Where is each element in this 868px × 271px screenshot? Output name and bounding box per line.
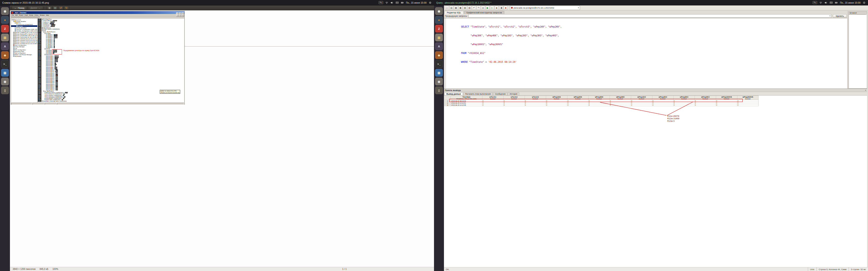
grid-cell[interactable]: f xyxy=(504,102,525,104)
editor-tab[interactable]: Редактор SQL xyxy=(444,11,464,14)
grid-cell[interactable]: f xyxy=(695,100,716,102)
grid-cell[interactable]: f xyxy=(674,102,695,104)
grid-cell[interactable]: f xyxy=(652,100,674,102)
grid-cell[interactable]: f xyxy=(504,100,525,102)
grid-cell[interactable]: f xyxy=(589,104,610,106)
launcher-item-trash[interactable]: ▯ xyxy=(435,87,443,94)
grid-cell[interactable]: f xyxy=(695,102,716,104)
output-tab[interactable]: Вывод данных xyxy=(444,92,463,95)
message-icon[interactable] xyxy=(830,1,833,4)
execute-to-file-icon[interactable]: ◨ xyxy=(499,6,503,10)
grid-cell[interactable]: f xyxy=(652,102,674,104)
undo-icon[interactable]: ↶ xyxy=(472,6,476,10)
grid-cell[interactable]: f xyxy=(652,104,674,106)
column-header[interactable]: wTorch2 boolean xyxy=(504,96,525,100)
launcher-item-image-viewer[interactable]: ◉ xyxy=(1,7,9,15)
rotate-left-icon[interactable]: ↺ xyxy=(58,6,63,10)
launcher-item-software-center[interactable]: ◆ xyxy=(1,51,9,59)
find-icon[interactable]: ◎ xyxy=(481,6,485,10)
grid-cell[interactable]: f xyxy=(737,104,758,106)
grid-cell[interactable]: f xyxy=(610,102,631,104)
session-gear-icon[interactable] xyxy=(429,1,432,4)
column-header[interactable]: wPmp1KK boolean xyxy=(546,96,567,100)
zoom-fit-icon[interactable]: ⊡ xyxy=(53,6,58,10)
grid-cell[interactable]: f xyxy=(567,104,589,106)
scratchpad[interactable] xyxy=(848,14,867,89)
column-header[interactable]: wPmp2KHVS boolean xyxy=(737,96,758,100)
grid-cell[interactable]: f xyxy=(483,100,504,102)
column-header[interactable]: wTorch1 boolean xyxy=(483,96,504,100)
grid-cell[interactable]: f xyxy=(546,104,567,106)
launcher-item-text-editor[interactable]: A xyxy=(435,42,443,50)
grid-cell[interactable]: f xyxy=(674,104,695,106)
row-number[interactable]: 2 xyxy=(445,102,451,104)
launcher-item-text-editor[interactable]: A xyxy=(1,42,9,50)
launcher-item-image-viewer[interactable]: ◉ xyxy=(435,7,443,15)
output-tab[interactable]: Сообщения xyxy=(493,92,507,95)
network-icon[interactable] xyxy=(819,1,822,4)
launcher-item-system-settings[interactable]: ◉ xyxy=(435,78,443,86)
open-file-icon[interactable]: ▤ xyxy=(450,6,454,10)
sql-editor[interactable]: SELECT "TimeState", "wTorch1", "wTorch2"… xyxy=(444,18,847,89)
volume-icon[interactable] xyxy=(391,1,394,4)
delete-button[interactable]: Удалить xyxy=(833,14,847,18)
editor-tab[interactable]: Графический конструктор запросов xyxy=(464,11,504,14)
grid-cell[interactable]: f xyxy=(631,104,652,106)
new-query-icon[interactable]: ▢ xyxy=(445,6,449,10)
column-header[interactable]: wTorch3 boolean xyxy=(525,96,546,100)
launcher-item-system-settings[interactable]: ◉ xyxy=(1,78,9,86)
rotate-right-icon[interactable]: ↻ xyxy=(64,6,69,10)
close-icon[interactable]: × xyxy=(865,89,866,92)
battery-icon[interactable] xyxy=(401,1,404,4)
grid-cell[interactable]: f xyxy=(483,104,504,106)
launcher-item-terminal[interactable]: >_ xyxy=(435,60,443,68)
grid-cell[interactable]: f xyxy=(525,102,546,104)
session-gear-icon[interactable] xyxy=(863,1,866,4)
launcher-item-libreoffice[interactable]: ▤ xyxy=(1,69,9,76)
network-icon[interactable] xyxy=(385,1,388,4)
launcher-item-firefox[interactable]: ● xyxy=(1,16,9,24)
clock[interactable]: Пн., 15 июня 15:00 xyxy=(840,1,861,4)
grid-cell[interactable]: 2015-06-15 14:12:05 xyxy=(451,104,483,106)
battery-icon[interactable] xyxy=(835,1,838,4)
launcher-item-files[interactable]: ▤ xyxy=(1,34,9,41)
previous-queries-select[interactable]: ▾ xyxy=(468,14,831,18)
back-button[interactable]: ← Назад xyxy=(12,6,27,10)
launcher-item-trash[interactable]: ▯ xyxy=(1,87,9,94)
grid-cell[interactable]: f xyxy=(674,100,695,102)
column-header[interactable]: wPmp2KK boolean xyxy=(567,96,589,100)
grid-cell[interactable]: f xyxy=(504,104,525,106)
launcher-item-filezilla[interactable]: Z xyxy=(435,25,443,33)
viewer-canvas[interactable]: ...Spro - [GlobVar] –□× –□× FileEditProj… xyxy=(10,10,434,267)
clock[interactable]: Пн., 15 июня 15:00 xyxy=(406,1,427,4)
row-number[interactable]: 1 xyxy=(445,100,451,102)
grid-cell[interactable]: f xyxy=(567,100,589,102)
launcher-item-libreoffice[interactable]: ▤ xyxy=(435,69,443,76)
column-header[interactable]: wPmp1KHVS boolean xyxy=(716,96,737,100)
message-icon[interactable] xyxy=(396,1,399,4)
explain-query-icon[interactable]: ◈ xyxy=(495,6,499,10)
grid-cell[interactable]: f xyxy=(716,104,737,106)
grid-cell[interactable]: f xyxy=(589,102,610,104)
grid-cell[interactable]: 2015-06-15 14:12:01 xyxy=(451,102,483,104)
column-header[interactable]: wPmp2KO boolean xyxy=(652,96,674,100)
volume-icon[interactable] xyxy=(825,1,828,4)
grid-cell[interactable]: f xyxy=(695,104,716,106)
grid-cell[interactable]: f xyxy=(546,100,567,102)
execute-query-icon[interactable]: ▶ xyxy=(486,6,490,10)
grid-cell[interactable]: 2015-06-02 08:14:23 xyxy=(451,100,483,102)
keyboard-indicator[interactable]: Ru xyxy=(813,1,817,4)
launcher-item-terminal[interactable]: >_ xyxy=(1,60,9,68)
execute-pgscript-icon[interactable]: ▷ xyxy=(490,6,494,10)
grid-cell[interactable]: f xyxy=(525,104,546,106)
column-header[interactable]: wPmp3KK boolean xyxy=(589,96,610,100)
grid-cell[interactable]: f xyxy=(610,100,631,102)
grid-cell[interactable]: f xyxy=(631,102,652,104)
grid-cell[interactable]: f xyxy=(483,102,504,104)
keyboard-indicator[interactable]: Ru xyxy=(379,1,383,4)
grid-cell[interactable]: f xyxy=(525,100,546,102)
copy-icon[interactable]: ▣ xyxy=(458,6,463,10)
launcher-item-software-center[interactable]: ◆ xyxy=(435,51,443,59)
column-header[interactable]: wPmp1KO boolean xyxy=(631,96,652,100)
column-header[interactable]: wPmp4KK boolean xyxy=(610,96,631,100)
